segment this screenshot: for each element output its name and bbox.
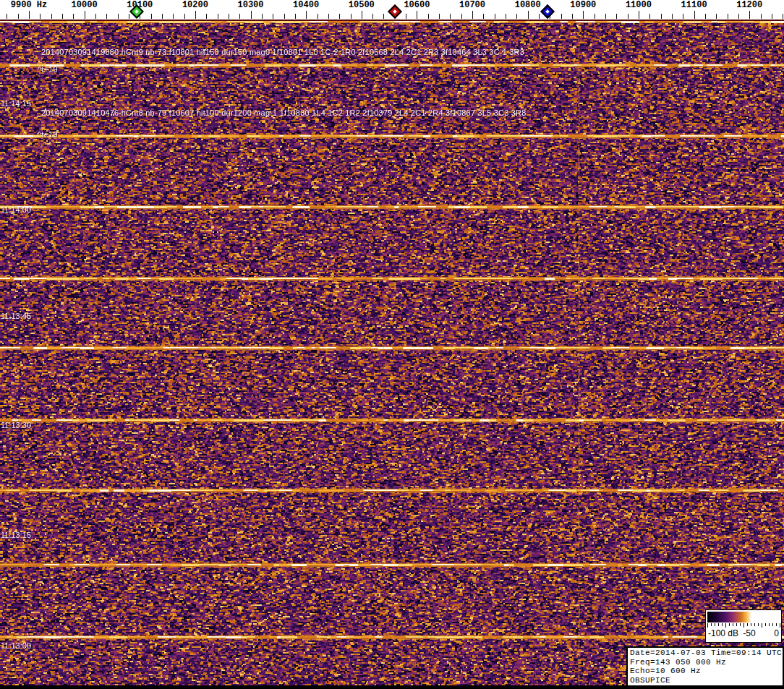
ruler-tick — [251, 11, 252, 19]
ruler-tick — [62, 14, 63, 19]
ruler-frequency-label: 10000 — [72, 0, 98, 10]
legend-tick — [707, 623, 708, 628]
ruler-tick — [649, 14, 650, 19]
ruler-tick — [406, 14, 406, 19]
legend-tick — [733, 623, 733, 626]
ruler-tick — [561, 14, 562, 19]
ruler-tick — [772, 14, 772, 19]
ruler-tick — [239, 14, 240, 19]
ruler-tick — [372, 14, 373, 19]
ruler-tick — [628, 14, 629, 19]
ruler-tick — [528, 11, 529, 19]
ruler-tick — [151, 14, 152, 19]
info-box-line: OBSUPICE — [630, 676, 780, 685]
ruler-tick — [661, 14, 662, 19]
ruler-frequency-label: 10800 — [515, 0, 541, 10]
ruler-tick — [749, 11, 750, 19]
ruler-tick — [40, 14, 41, 19]
legend-tick — [751, 623, 751, 626]
legend-tick — [722, 623, 723, 626]
ruler-frequency-label: 11000 — [626, 0, 652, 10]
marker-center-dot — [393, 9, 397, 14]
ruler-tick — [85, 11, 85, 19]
ruler-tick — [572, 14, 573, 19]
ruler-tick — [539, 14, 540, 19]
ruler-tick — [7, 14, 7, 19]
ruler-frequency-label: 11100 — [681, 0, 707, 10]
ruler-tick — [461, 14, 462, 19]
ruler-tick — [162, 14, 163, 19]
ruler-tick — [184, 14, 185, 19]
ruler-tick — [761, 14, 762, 19]
ruler-tick — [428, 14, 429, 19]
legend-labels: -100 dB-500 — [706, 628, 781, 640]
ruler-tick — [728, 14, 728, 19]
legend-tick — [725, 623, 726, 628]
ruler-tick — [362, 11, 362, 19]
time-axis-label: 11:13:15 — [1, 531, 31, 539]
ruler-tick — [716, 14, 717, 19]
ruler-tick — [383, 14, 384, 19]
ruler-frequency-label: 10900 — [570, 0, 596, 10]
legend-tick — [747, 623, 748, 626]
ruler-tick — [694, 11, 695, 19]
legend-tick — [736, 623, 737, 626]
ruler-tick — [95, 14, 96, 19]
legend-db-label: -50 — [743, 628, 755, 638]
legend-tick — [711, 623, 712, 626]
ruler-tick — [328, 14, 329, 19]
ruler-tick — [106, 14, 107, 19]
ruler-tick — [683, 14, 683, 19]
legend-tick — [743, 623, 744, 628]
ruler-tick — [118, 14, 119, 19]
ruler-frequency-label: 10200 — [182, 0, 208, 10]
marker-blue-diamond[interactable] — [540, 4, 555, 19]
bottom-edge-bar — [0, 685, 784, 689]
ruler-frequency-label: 10400 — [293, 0, 319, 10]
time-axis-label: 11:13:30 — [1, 421, 31, 429]
time-axis-label: 11:13:45 — [1, 312, 31, 320]
ruler-frequency-label: 9900 Hz — [11, 0, 47, 10]
intensity-legend: -100 dB-500 — [705, 609, 782, 643]
legend-tick — [762, 623, 762, 628]
intensity-gradient-bar — [707, 612, 780, 622]
ruler-frequency-label: 10500 — [349, 0, 375, 10]
ruler-tick — [129, 14, 129, 19]
detection-text-2: 20140703091410476 hCnt8 nb-79 f10607 hit… — [41, 108, 526, 117]
cursor-note-1: ^t+19 — [38, 65, 58, 74]
ruler-tick — [705, 14, 706, 19]
ruler-tick — [516, 14, 517, 19]
ruler-tick — [73, 14, 74, 19]
status-info-box: Date=2014-07-03 Time=09:14 UTCFreq=143 0… — [626, 646, 784, 687]
ruler-tick — [339, 14, 340, 19]
ruler-tick — [472, 11, 473, 19]
frequency-ruler[interactable]: 9900 Hz100001010010200103001040010500106… — [0, 0, 784, 20]
ruler-tick — [783, 14, 783, 19]
ruler-tick — [616, 14, 617, 19]
ruler-tick — [306, 11, 307, 19]
ruler-tick — [483, 14, 484, 19]
legend-tick — [765, 623, 766, 626]
legend-tick — [729, 623, 730, 626]
ruler-tick — [51, 14, 52, 19]
marker-center-dot — [135, 9, 140, 14]
legend-tick — [718, 623, 719, 626]
marker-red-diamond[interactable] — [388, 4, 402, 19]
legend-db-label: -100 dB — [708, 628, 738, 638]
legend-tick — [740, 623, 741, 626]
ruler-tick — [495, 14, 495, 19]
waterfall-canvas[interactable] — [0, 20, 784, 689]
ruler-tick — [506, 14, 506, 19]
ruler-tick — [595, 14, 595, 19]
ruler-tick — [29, 11, 30, 19]
ruler-tick — [218, 14, 218, 19]
legend-tick-row — [707, 623, 780, 628]
spectrogram-app-window: 9900 Hz100001010010200103001040010500106… — [0, 0, 784, 689]
marker-center-dot — [545, 9, 550, 14]
legend-tick — [754, 623, 755, 626]
ruler-tick — [351, 14, 351, 19]
ruler-tick — [450, 14, 451, 19]
spectrogram-display[interactable]: 20140703091419880 hCnt9 nb-73 f10801 hit… — [0, 20, 784, 689]
ruler-tick — [417, 11, 417, 19]
ruler-tick — [195, 11, 196, 19]
